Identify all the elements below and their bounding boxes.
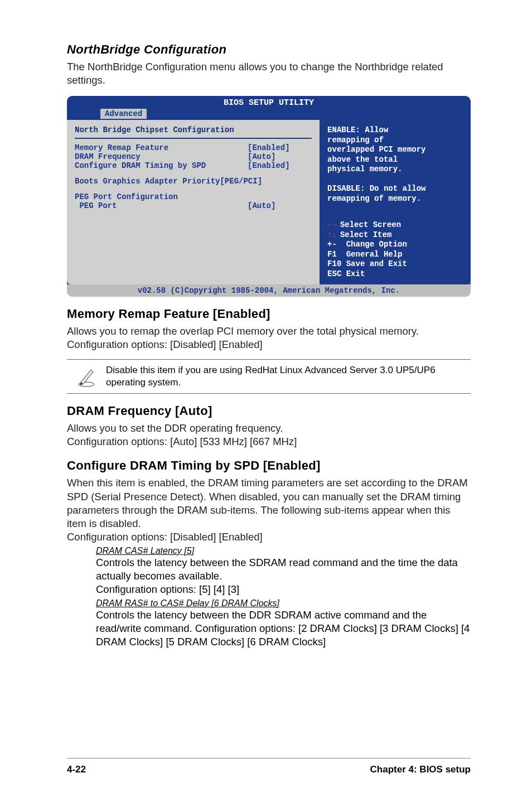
bios-help-text: ENABLE: Allow remapping of overlapped PC… xyxy=(327,125,463,204)
bios-title-bar: BIOS SETUP UTILITY Advanced xyxy=(67,96,471,120)
bios-key-legend: Select Screen Select Item +- Change Opti… xyxy=(327,220,463,279)
heading-configure-spd: Configure DRAM Timing by SPD [Enabled] xyxy=(67,458,471,473)
body-configure-spd-cfg: Configuration options: [Disabled] [Enabl… xyxy=(67,530,471,544)
bios-row-label: Memory Remap Feature xyxy=(75,143,248,152)
cfg-cas-latency: Configuration options: [5] [4] [3] xyxy=(96,583,471,596)
body-ras-cas-delay: Controls the latency between the DDR SDR… xyxy=(96,608,471,649)
bios-peg-header: PEG Port Configuration xyxy=(75,192,312,201)
page-number: 4-22 xyxy=(67,764,86,775)
sub-heading-ras-cas-delay: DRAM RAS# to CAS# Delay [6 DRAM Clocks] xyxy=(96,598,471,608)
note-text: Disable this item if you are using RedHa… xyxy=(106,364,471,389)
bios-row-label: PEG Port xyxy=(75,201,248,210)
body-cas-latency: Controls the latency between the SDRAM r… xyxy=(96,556,471,583)
bios-right-panel: ENABLE: Allow remapping of overlapped PC… xyxy=(320,120,471,284)
bios-row-dram-spd[interactable]: Configure DRAM Timing by SPD [Enabled] xyxy=(75,161,312,170)
body-dram-frequency2: Configuration options: [Auto] [533 MHz] … xyxy=(67,435,471,448)
body-configure-spd: When this item is enabled, the DRAM timi… xyxy=(67,476,471,530)
bios-left-header: North Bridge Chipset Configuration xyxy=(75,125,312,134)
body-dram-frequency1: Allows you to set the DDR operating freq… xyxy=(67,422,471,435)
bios-utility-box: BIOS SETUP UTILITY Advanced North Bridge… xyxy=(67,96,471,297)
bios-row-value: [Enabled] xyxy=(248,161,290,170)
bios-left-panel: North Bridge Chipset Configuration Memor… xyxy=(67,120,320,284)
bios-row-label: DRAM Frequency xyxy=(75,152,248,161)
page-footer: 4-22 Chapter 4: BIOS setup xyxy=(67,758,471,775)
chapter-label: Chapter 4: BIOS setup xyxy=(370,764,471,775)
bios-row-value: [Auto] xyxy=(248,201,275,210)
bios-row-peg-port[interactable]: PEG Port [Auto] xyxy=(75,201,312,210)
arrow-left-right-icon xyxy=(327,220,340,229)
arrow-up-down-icon xyxy=(327,230,340,239)
body-memory-remap: Allows you to remap the overlap PCI memo… xyxy=(67,325,471,351)
bios-row-boots-graphics[interactable]: Boots Graphics Adapter Priority[PEG/PCI] xyxy=(75,177,312,186)
heading-dram-frequency: DRAM Frequency [Auto] xyxy=(67,404,471,418)
bios-row-memory-remap[interactable]: Memory Remap Feature [Enabled] xyxy=(75,143,312,152)
note-box: Disable this item if you are using RedHa… xyxy=(67,359,471,394)
bios-row-value: [Enabled] xyxy=(248,143,290,152)
bios-title-text: BIOS SETUP UTILITY xyxy=(224,98,314,108)
bios-copyright-footer: v02.58 (C)Copyright 1985-2004, American … xyxy=(67,284,471,297)
section-body-northbridge: The NorthBridge Configuration menu allow… xyxy=(67,60,471,87)
sub-heading-cas-latency: DRAM CAS# Latency [5] xyxy=(96,546,471,556)
heading-memory-remap: Memory Remap Feature [Enabled] xyxy=(67,307,471,321)
bios-row-label: Configure DRAM Timing by SPD xyxy=(75,161,248,170)
bios-tab-advanced[interactable]: Advanced xyxy=(100,109,147,119)
bios-row-dram-freq[interactable]: DRAM Frequency [Auto] xyxy=(75,152,312,161)
bios-row-value: [Auto] xyxy=(248,152,275,161)
section-heading-northbridge: NorthBridge Configuration xyxy=(67,42,471,57)
note-pencil-icon xyxy=(67,364,106,388)
